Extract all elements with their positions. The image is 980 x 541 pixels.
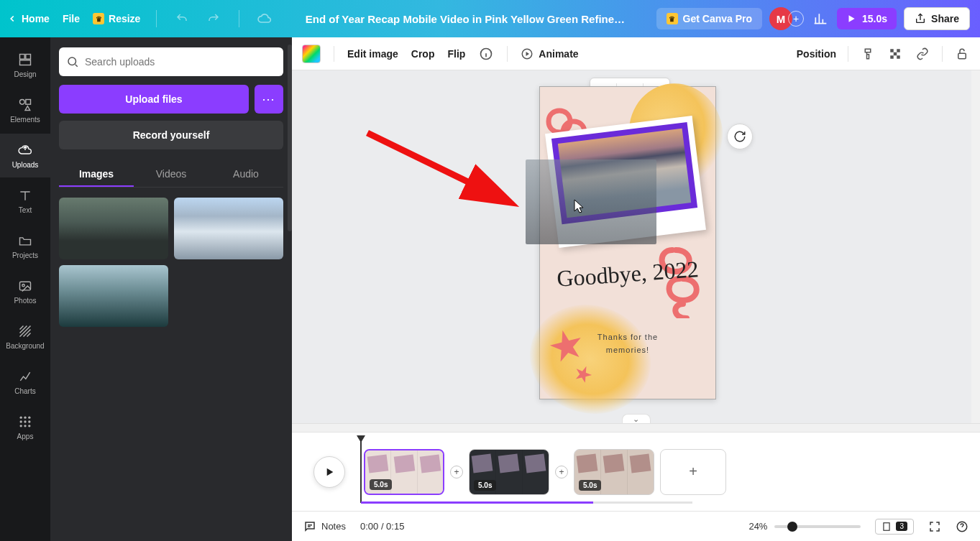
background-icon bbox=[17, 323, 33, 339]
lock-button[interactable] bbox=[954, 46, 970, 62]
svg-rect-24 bbox=[958, 53, 966, 59]
svg-point-7 bbox=[20, 417, 22, 419]
tab-audio[interactable]: Audio bbox=[209, 162, 283, 187]
add-page-button[interactable]: + bbox=[660, 449, 726, 495]
add-collaborator-button[interactable]: + bbox=[788, 11, 804, 27]
canvas-viewport[interactable]: Goodbye, 2022 Thanks for the memories! ⌄ bbox=[292, 70, 980, 423]
header-right: ♛ Get Canva Pro M + 15.0s Share bbox=[656, 7, 980, 30]
resize-menu[interactable]: ♛ Resize bbox=[93, 13, 140, 24]
cloud-status-icon[interactable] bbox=[255, 9, 274, 28]
toggle-timeline-button[interactable]: ⌄ bbox=[622, 414, 651, 423]
mouse-cursor-icon bbox=[574, 199, 584, 213]
header-divider bbox=[156, 10, 157, 27]
timeline-scrubber[interactable] bbox=[361, 501, 692, 504]
copy-style-button[interactable] bbox=[860, 46, 876, 62]
uploads-icon bbox=[17, 142, 33, 158]
timeline-play-button[interactable] bbox=[313, 456, 345, 488]
rail-background[interactable]: Background bbox=[0, 315, 50, 359]
collab-avatars: M + bbox=[769, 7, 804, 30]
svg-rect-30 bbox=[884, 522, 889, 530]
add-between-button[interactable]: + bbox=[555, 466, 568, 478]
svg-rect-0 bbox=[20, 55, 25, 60]
rail-photos[interactable]: Photos bbox=[0, 269, 50, 313]
tab-images[interactable]: Images bbox=[59, 162, 134, 187]
refresh-thumbnail-button[interactable] bbox=[727, 124, 753, 149]
notes-icon bbox=[303, 520, 316, 533]
crown-icon: ♛ bbox=[93, 13, 104, 24]
notes-button[interactable]: Notes bbox=[303, 520, 346, 533]
search-uploads[interactable] bbox=[59, 47, 283, 76]
rail-charts[interactable]: Charts bbox=[0, 360, 50, 404]
crown-icon: ♛ bbox=[667, 13, 678, 24]
home-link[interactable]: Home bbox=[7, 13, 50, 24]
upload-thumb[interactable] bbox=[59, 198, 168, 259]
svg-rect-20 bbox=[897, 49, 900, 52]
analytics-button[interactable] bbox=[811, 9, 830, 28]
svg-point-10 bbox=[20, 420, 22, 422]
svg-point-13 bbox=[20, 425, 22, 427]
context-toolbar: Edit image Crop Flip Animate Position bbox=[292, 37, 980, 70]
timeline-clip[interactable]: 5.0s bbox=[364, 449, 444, 495]
get-pro-button[interactable]: ♛ Get Canva Pro bbox=[656, 8, 762, 29]
svg-rect-23 bbox=[897, 55, 900, 59]
undo-button[interactable] bbox=[173, 9, 191, 28]
fullscreen-icon bbox=[928, 520, 941, 533]
zoom-value: 24% bbox=[748, 521, 767, 532]
search-input[interactable] bbox=[85, 56, 276, 68]
clip-duration: 5.0s bbox=[579, 480, 601, 491]
rail-projects[interactable]: Projects bbox=[0, 224, 50, 268]
document-title[interactable]: End of Year Recap Mobile Video in Pink Y… bbox=[274, 13, 656, 25]
share-button[interactable]: Share bbox=[904, 7, 970, 30]
upload-thumb[interactable] bbox=[174, 198, 283, 259]
upload-more-button[interactable]: ⋯ bbox=[255, 85, 283, 114]
drag-preview-image bbox=[526, 159, 656, 244]
playhead[interactable] bbox=[360, 437, 362, 503]
rail-elements[interactable]: Elements bbox=[0, 88, 50, 132]
color-picker-swatch[interactable] bbox=[302, 45, 321, 63]
clip-duration: 5.0s bbox=[370, 479, 392, 490]
animate-icon bbox=[521, 47, 533, 60]
link-button[interactable] bbox=[915, 46, 930, 62]
upload-files-button[interactable]: Upload files bbox=[59, 85, 249, 114]
rail-text[interactable]: Text bbox=[0, 179, 50, 223]
timeline-clip[interactable]: 5.0s bbox=[574, 449, 654, 495]
rail-design[interactable]: Design bbox=[0, 43, 50, 87]
horizontal-scrollbar[interactable] bbox=[292, 423, 980, 432]
upload-thumbs bbox=[59, 198, 283, 327]
animate-button[interactable]: Animate bbox=[521, 47, 578, 60]
charts-icon bbox=[17, 369, 33, 384]
page-navigator[interactable]: 3 bbox=[875, 519, 914, 535]
info-button[interactable] bbox=[478, 46, 494, 62]
edit-image-button[interactable]: Edit image bbox=[347, 48, 398, 60]
status-footer: Notes 0:00 / 0:15 24% 3 bbox=[292, 511, 980, 541]
timeline-clip[interactable]: 5.0s bbox=[469, 449, 549, 495]
help-button[interactable] bbox=[956, 520, 968, 533]
playback-time: 0:00 / 0:15 bbox=[360, 521, 404, 532]
clip-duration: 5.0s bbox=[474, 480, 496, 491]
svg-rect-4 bbox=[26, 100, 31, 105]
svg-point-15 bbox=[28, 425, 30, 427]
preview-button[interactable]: 15.0s bbox=[837, 8, 897, 29]
add-between-button[interactable]: + bbox=[450, 466, 463, 478]
flip-button[interactable]: Flip bbox=[447, 48, 465, 60]
svg-point-9 bbox=[28, 417, 30, 419]
svg-rect-22 bbox=[890, 55, 894, 59]
zoom-slider[interactable] bbox=[774, 525, 861, 528]
fullscreen-button[interactable] bbox=[928, 520, 941, 533]
redo-button[interactable] bbox=[204, 9, 223, 28]
tab-videos[interactable]: Videos bbox=[134, 162, 209, 187]
header-divider bbox=[239, 10, 239, 27]
subline-text[interactable]: Thanks for the memories! bbox=[540, 331, 715, 356]
record-yourself-button[interactable]: Record yourself bbox=[59, 121, 283, 149]
rail-uploads[interactable]: Uploads bbox=[0, 134, 50, 177]
vertical-scrollbar[interactable] bbox=[971, 70, 980, 423]
file-menu[interactable]: File bbox=[63, 13, 80, 24]
svg-line-29 bbox=[367, 133, 508, 201]
svg-point-8 bbox=[24, 417, 26, 419]
help-icon bbox=[956, 520, 968, 533]
transparency-button[interactable] bbox=[887, 46, 903, 62]
position-button[interactable]: Position bbox=[797, 48, 836, 60]
rail-apps[interactable]: Apps bbox=[0, 405, 50, 449]
upload-thumb[interactable] bbox=[59, 265, 168, 327]
crop-button[interactable]: Crop bbox=[411, 48, 435, 60]
